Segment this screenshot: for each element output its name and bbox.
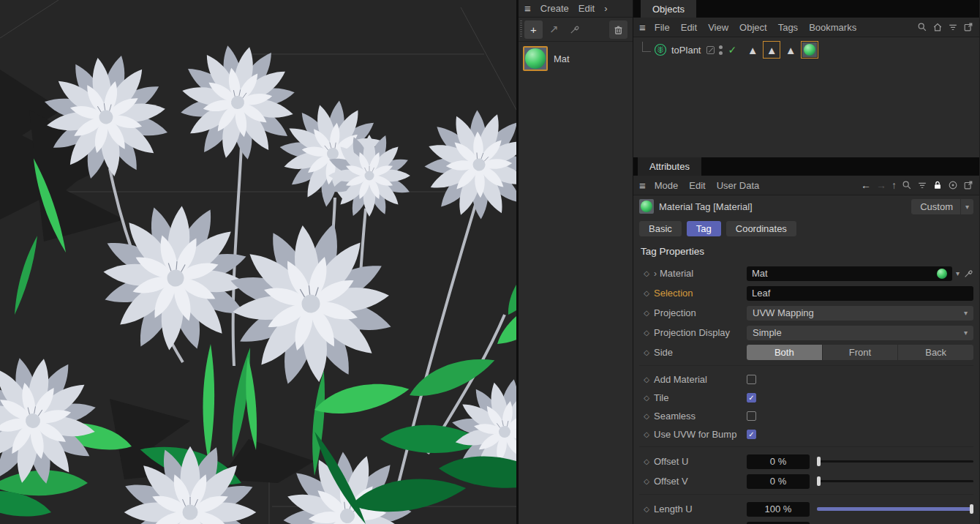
filter-icon[interactable] <box>917 180 927 190</box>
offset-u-value[interactable]: 0 % <box>747 454 810 469</box>
material-tag-selected[interactable] <box>801 41 818 59</box>
keyframe-diamond-icon[interactable]: ◇ <box>639 394 654 402</box>
add-material-checkbox[interactable] <box>747 375 756 384</box>
keyframe-diamond-icon[interactable]: ◇ <box>639 457 654 465</box>
length-u-slider[interactable] <box>817 504 973 514</box>
material-menu-bar: ≡ Create Edit › <box>519 0 633 18</box>
popout-icon[interactable] <box>963 180 973 190</box>
projection-display-dropdown[interactable]: Simple▾ <box>747 326 973 340</box>
parent-up-icon[interactable]: ↑ <box>892 179 897 191</box>
keyframe-diamond-icon[interactable]: ◇ <box>639 269 654 277</box>
slider-handle[interactable] <box>817 457 821 466</box>
material-link-field[interactable]: Mat <box>747 266 952 281</box>
filter-icon[interactable] <box>948 22 958 32</box>
menu-user-data[interactable]: User Data <box>717 180 760 191</box>
keyframe-diamond-icon[interactable]: ◇ <box>639 477 654 485</box>
keyframe-diamond-icon[interactable]: ◇ <box>639 329 654 337</box>
tab-attributes[interactable]: Attributes <box>638 157 701 176</box>
offset-v-value[interactable]: 0 % <box>747 474 810 489</box>
tab-tag[interactable]: Tag <box>687 221 721 236</box>
object-name[interactable]: toPlant <box>671 45 701 56</box>
keyframe-diamond-icon[interactable]: ◇ <box>639 289 654 297</box>
viewport-3d[interactable] <box>0 0 516 524</box>
material-thumbnail[interactable] <box>523 46 548 71</box>
side-option-front[interactable]: Front <box>823 345 898 360</box>
seamless-checkbox[interactable] <box>747 411 756 421</box>
length-u-value[interactable]: 100 % <box>747 502 810 517</box>
home-icon[interactable] <box>932 22 943 32</box>
search-icon[interactable] <box>917 22 927 32</box>
row-seamless: ◇ Seamless <box>639 407 973 425</box>
keyframe-diamond-icon[interactable]: ◇ <box>639 309 654 317</box>
chevron-down-icon[interactable]: ▾ <box>960 199 973 214</box>
history-back-icon[interactable]: ← <box>861 179 871 191</box>
slider-handle[interactable] <box>970 504 973 514</box>
keyframe-diamond-icon[interactable]: ◇ <box>639 430 654 438</box>
add-material-button[interactable]: + <box>524 20 543 39</box>
expander-icon[interactable]: › <box>654 269 657 279</box>
menu-object[interactable]: Object <box>739 22 767 33</box>
material-list-item[interactable]: Mat <box>519 42 633 75</box>
visibility-dots[interactable] <box>719 45 723 55</box>
lock-icon-active[interactable] <box>932 180 943 190</box>
delete-material-button[interactable] <box>609 20 627 39</box>
selection-field[interactable]: Leaf <box>747 286 973 301</box>
material-sphere-icon <box>641 201 652 212</box>
material-sphere-icon <box>525 48 546 69</box>
apply-material-icon[interactable]: ↗ <box>545 20 563 39</box>
target-icon[interactable] <box>948 180 958 190</box>
polygon-selection-tag-3[interactable]: ▲ <box>782 41 799 59</box>
menu-view[interactable]: View <box>708 22 728 33</box>
object-row-toplant[interactable]: toPlant ✓ ▲ ▲ ▲ <box>638 40 979 59</box>
offset-v-slider[interactable] <box>817 476 973 487</box>
object-tree: toPlant ✓ ▲ ▲ ▲ <box>633 37 979 157</box>
menu-bookmarks[interactable]: Bookmarks <box>809 22 856 33</box>
polygon-selection-tag-2-selected[interactable]: ▲ <box>763 41 780 59</box>
polygon-selection-tag-1[interactable]: ▲ <box>744 41 761 59</box>
tab-objects[interactable]: Objects <box>641 0 696 18</box>
menu-edit[interactable]: Edit <box>578 3 595 14</box>
selection-tag-icon: ▲ <box>766 45 777 56</box>
field-label: ›Material <box>654 268 747 279</box>
menu-icon[interactable]: ≡ <box>639 21 646 34</box>
right-column: Objects ≡ File Edit View Object Tags Boo… <box>633 0 979 524</box>
keyframe-diamond-icon[interactable]: ◇ <box>639 505 654 513</box>
projection-dropdown[interactable]: UVW Mapping▾ <box>747 306 973 321</box>
tile-checkbox[interactable]: ✓ <box>747 393 756 403</box>
keyframe-diamond-icon[interactable]: ◇ <box>639 375 654 383</box>
eyedropper-icon[interactable] <box>963 269 973 279</box>
edit-toggle-icon[interactable] <box>706 46 715 54</box>
field-label: Offset U <box>654 456 747 467</box>
popout-icon[interactable] <box>963 22 973 32</box>
menu-tags[interactable]: Tags <box>778 22 798 33</box>
menu-icon[interactable]: ≡ <box>639 179 646 192</box>
search-icon[interactable] <box>902 180 912 190</box>
tab-coordinates[interactable]: Coordinates <box>726 221 796 236</box>
eyedropper-icon[interactable] <box>565 20 584 39</box>
menu-edit[interactable]: Edit <box>689 180 705 191</box>
enabled-check-icon[interactable]: ✓ <box>728 44 736 56</box>
tab-basic[interactable]: Basic <box>639 221 682 236</box>
use-uvw-for-bump-checkbox[interactable]: ✓ <box>747 430 756 439</box>
keyframe-diamond-icon[interactable]: ◇ <box>639 348 654 356</box>
menu-create[interactable]: Create <box>540 3 569 14</box>
history-forward-icon[interactable]: → <box>876 179 886 191</box>
side-option-back[interactable]: Back <box>898 345 973 360</box>
field-label: Projection <box>654 307 747 318</box>
slider-handle[interactable] <box>817 476 821 486</box>
preset-dropdown[interactable]: Custom ▾ <box>911 199 973 214</box>
menu-edit[interactable]: Edit <box>681 22 697 33</box>
menu-overflow-icon[interactable]: › <box>604 3 607 14</box>
side-option-both[interactable]: Both <box>747 345 822 360</box>
length-v-value[interactable]: 100 % <box>747 522 810 524</box>
menu-icon[interactable]: ≡ <box>524 2 531 15</box>
menu-file[interactable]: File <box>655 22 670 33</box>
menu-mode[interactable]: Mode <box>655 180 679 191</box>
offset-u-slider[interactable] <box>817 456 973 467</box>
material-link-value: Mat <box>752 268 768 279</box>
material-name[interactable]: Mat <box>554 53 570 64</box>
chevron-down-icon[interactable]: ▾ <box>956 269 960 277</box>
row-offset-v: ◇ Offset V 0 % <box>639 471 973 491</box>
plant-object-icon[interactable] <box>654 43 667 56</box>
keyframe-diamond-icon[interactable]: ◇ <box>639 412 654 420</box>
